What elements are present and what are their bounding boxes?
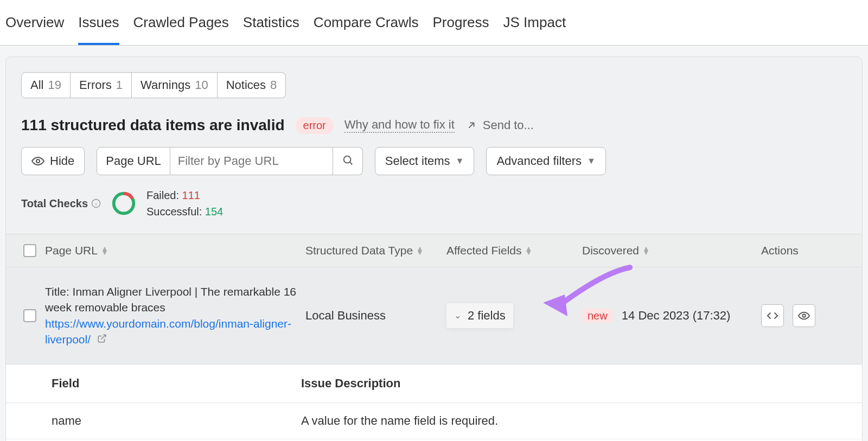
filter-errors-count: 1 bbox=[116, 78, 123, 92]
filter-notices-count: 8 bbox=[270, 78, 277, 92]
filter-notices[interactable]: Notices 8 bbox=[218, 72, 286, 98]
code-icon bbox=[767, 310, 778, 322]
sort-icon: ▲▼ bbox=[642, 247, 650, 254]
filter-errors[interactable]: Errors 1 bbox=[71, 72, 132, 98]
filter-all-label: All bbox=[30, 78, 43, 92]
col-actions: Actions bbox=[761, 244, 843, 257]
new-badge: new bbox=[582, 309, 613, 323]
discovered-date: 14 Dec 2023 (17:32) bbox=[622, 309, 731, 322]
col-discovered[interactable]: Discovered▲▼ bbox=[582, 244, 761, 257]
issues-panel: All 19 Errors 1 Warnings 10 Notices 8 11… bbox=[5, 56, 863, 441]
send-to-label: Send to... bbox=[483, 118, 534, 132]
tab-progress[interactable]: Progress bbox=[432, 5, 489, 45]
filter-errors-label: Errors bbox=[79, 78, 112, 92]
issue-detail-table: Field Issue Description name A value for… bbox=[6, 365, 862, 441]
url-filter-group: Page URL bbox=[97, 147, 363, 175]
filter-warnings-count: 10 bbox=[195, 78, 208, 92]
col-sdt[interactable]: Structured Data Type▲▼ bbox=[305, 244, 446, 257]
affected-fields-count: 2 fields bbox=[468, 309, 506, 323]
chevron-down-icon: ⌄ bbox=[454, 310, 461, 321]
col-page-url[interactable]: Page URL▲▼ bbox=[45, 244, 305, 257]
row-title: Title: Inman Aligner Liverpool | The rem… bbox=[45, 284, 299, 316]
success-label: Successful: bbox=[146, 206, 202, 218]
svg-point-1 bbox=[343, 156, 350, 163]
controls-row: Hide Page URL Select items ▼ Advanced fi… bbox=[6, 147, 862, 234]
chevron-down-icon: ▼ bbox=[456, 156, 464, 166]
failed-count: 111 bbox=[182, 189, 200, 201]
filter-all[interactable]: All 19 bbox=[21, 72, 71, 98]
sub-row: address A value for the address field is… bbox=[6, 439, 862, 441]
advanced-filters-label: Advanced filters bbox=[496, 154, 582, 168]
send-to-button[interactable]: Send to... bbox=[465, 118, 534, 132]
total-checks-block: Total Checks Failed: 111 Successful: 154 bbox=[21, 187, 238, 220]
eye-icon bbox=[798, 310, 810, 322]
filter-warnings[interactable]: Warnings 10 bbox=[132, 72, 218, 98]
tab-js-impact[interactable]: JS Impact bbox=[503, 5, 566, 45]
info-icon[interactable] bbox=[91, 199, 101, 208]
sort-icon: ▲▼ bbox=[525, 247, 533, 254]
chevron-down-icon: ▼ bbox=[587, 156, 596, 166]
filter-notices-label: Notices bbox=[226, 78, 266, 92]
row-checkbox[interactable] bbox=[23, 309, 36, 322]
table-row: Title: Inman Aligner Liverpool | The rem… bbox=[6, 267, 862, 365]
tab-issues[interactable]: Issues bbox=[78, 5, 119, 45]
advanced-filters-dropdown[interactable]: Advanced filters ▼ bbox=[486, 147, 605, 175]
table-header: Page URL▲▼ Structured Data Type▲▼ Affect… bbox=[6, 234, 862, 267]
sort-icon: ▲▼ bbox=[416, 247, 424, 254]
sub-desc: A value for the name field is required. bbox=[301, 414, 862, 428]
sub-field: name bbox=[52, 414, 301, 428]
sub-col-desc: Issue Description bbox=[301, 376, 862, 391]
view-button[interactable] bbox=[793, 304, 815, 327]
main-tabs: Overview Issues Crawled Pages Statistics… bbox=[0, 0, 868, 46]
send-arrow-icon bbox=[465, 119, 477, 131]
select-items-label: Select items bbox=[385, 154, 450, 168]
row-url-link[interactable]: https://www.yourdomain.com/blog/inman-al… bbox=[45, 317, 291, 346]
select-all-checkbox[interactable] bbox=[23, 244, 36, 257]
filter-all-count: 19 bbox=[48, 78, 61, 92]
hide-label: Hide bbox=[50, 154, 74, 168]
success-count: 154 bbox=[205, 206, 223, 218]
error-badge: error bbox=[296, 117, 334, 134]
sub-col-field: Field bbox=[52, 376, 301, 391]
affected-fields-expander[interactable]: ⌄ 2 fields bbox=[446, 303, 513, 328]
page-url-prefix[interactable]: Page URL bbox=[97, 147, 170, 175]
why-fix-link[interactable]: Why and how to fix it bbox=[344, 118, 455, 133]
sub-row: name A value for the name field is requi… bbox=[6, 403, 862, 439]
issue-title: 111 structured data items are invalid bbox=[21, 117, 285, 134]
filter-warnings-label: Warnings bbox=[141, 78, 190, 92]
url-filter-input[interactable] bbox=[170, 147, 333, 175]
code-button[interactable] bbox=[761, 304, 784, 327]
select-items-dropdown[interactable]: Select items ▼ bbox=[375, 147, 475, 175]
total-checks-label: Total Checks bbox=[21, 197, 88, 210]
failed-label: Failed: bbox=[146, 189, 179, 201]
svg-point-5 bbox=[802, 314, 806, 317]
tab-compare-crawls[interactable]: Compare Crawls bbox=[314, 5, 419, 45]
row-discovered: new 14 Dec 2023 (17:32) bbox=[582, 309, 761, 323]
sort-icon: ▲▼ bbox=[101, 247, 108, 254]
col-affected[interactable]: Affected Fields▲▼ bbox=[446, 244, 582, 257]
tab-overview[interactable]: Overview bbox=[5, 5, 64, 45]
eye-icon bbox=[31, 155, 44, 168]
svg-point-0 bbox=[36, 159, 40, 163]
hide-button[interactable]: Hide bbox=[21, 147, 85, 175]
row-sdt: Local Business bbox=[305, 309, 446, 323]
tab-statistics[interactable]: Statistics bbox=[243, 5, 299, 45]
checks-donut-chart bbox=[111, 190, 137, 216]
issue-title-bar: 111 structured data items are invalid er… bbox=[6, 98, 862, 147]
search-icon bbox=[342, 154, 354, 166]
tab-crawled-pages[interactable]: Crawled Pages bbox=[133, 5, 229, 45]
external-link-icon[interactable] bbox=[97, 333, 107, 346]
severity-filters: All 19 Errors 1 Warnings 10 Notices 8 bbox=[6, 72, 862, 98]
search-button[interactable] bbox=[333, 147, 363, 175]
